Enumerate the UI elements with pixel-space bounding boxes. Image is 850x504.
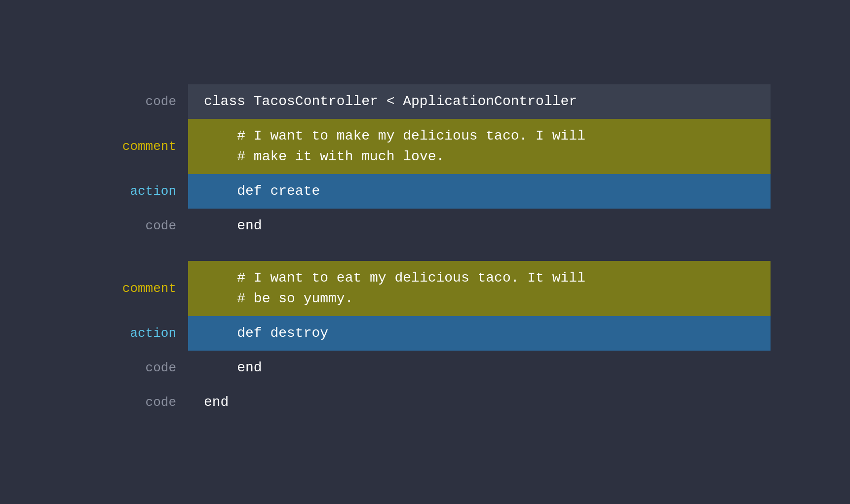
code-end1: end: [188, 209, 771, 243]
code-text-action1: def create: [204, 181, 320, 202]
label-code-end2: code: [79, 351, 188, 385]
code-text-action2: def destroy: [204, 323, 328, 344]
label-code-class: code: [79, 84, 188, 119]
code-class-header: class TacosController < ApplicationContr…: [188, 84, 771, 119]
code-comment1: # I want to make my delicious taco. I wi…: [188, 119, 771, 174]
code-final-end: end: [188, 385, 771, 420]
row-end1: code end: [79, 209, 771, 243]
row-comment1: comment # I want to make my delicious ta…: [79, 119, 771, 174]
spacer: [79, 243, 771, 261]
code-text-class: class TacosController < ApplicationContr…: [204, 91, 577, 112]
row-action1: action def create: [79, 174, 771, 209]
code-action1: def create: [188, 174, 771, 209]
label-action1: action: [79, 174, 188, 209]
row-action2: action def destroy: [79, 316, 771, 351]
code-text-end1: end: [204, 216, 262, 236]
label-comment2: comment: [79, 261, 188, 316]
code-text-end2: end: [204, 358, 262, 378]
row-end2: code end: [79, 351, 771, 385]
code-comment2: # I want to eat my delicious taco. It wi…: [188, 261, 771, 316]
label-code-end1: code: [79, 209, 188, 243]
code-viewer: code class TacosController < Application…: [79, 84, 771, 420]
code-action2: def destroy: [188, 316, 771, 351]
code-text-comment2: # I want to eat my delicious taco. It wi…: [204, 268, 585, 309]
code-text-comment1: # I want to make my delicious taco. I wi…: [204, 126, 585, 167]
code-end2: end: [188, 351, 771, 385]
row-final-end: code end: [79, 385, 771, 420]
label-comment1: comment: [79, 119, 188, 174]
label-code-final: code: [79, 385, 188, 420]
label-action2: action: [79, 316, 188, 351]
code-text-final-end: end: [204, 392, 229, 413]
row-comment2: comment # I want to eat my delicious tac…: [79, 261, 771, 316]
row-class: code class TacosController < Application…: [79, 84, 771, 119]
